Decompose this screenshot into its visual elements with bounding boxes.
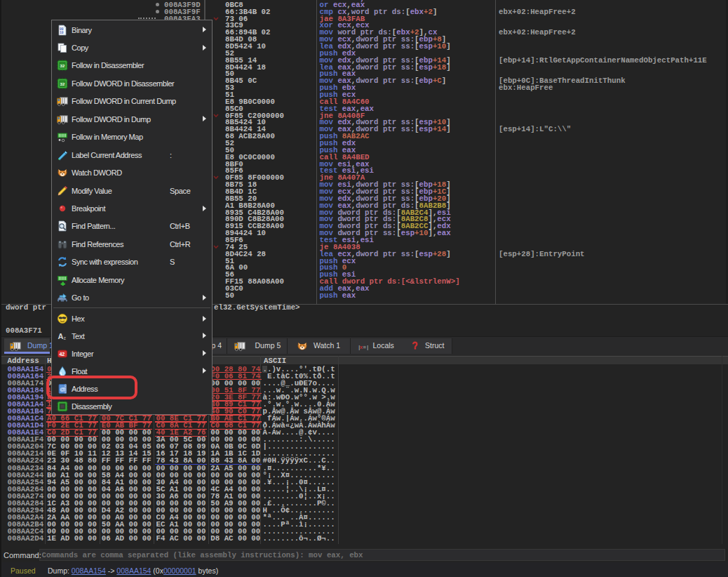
svg-text:z: z bbox=[64, 336, 67, 340]
svg-text:=|: =| bbox=[363, 345, 368, 350]
svg-text:10: 10 bbox=[60, 30, 64, 34]
svg-text:A: A bbox=[58, 332, 64, 340]
svg-text:32: 32 bbox=[60, 82, 65, 86]
svg-text:42: 42 bbox=[59, 352, 65, 357]
svg-text:32: 32 bbox=[60, 64, 65, 68]
